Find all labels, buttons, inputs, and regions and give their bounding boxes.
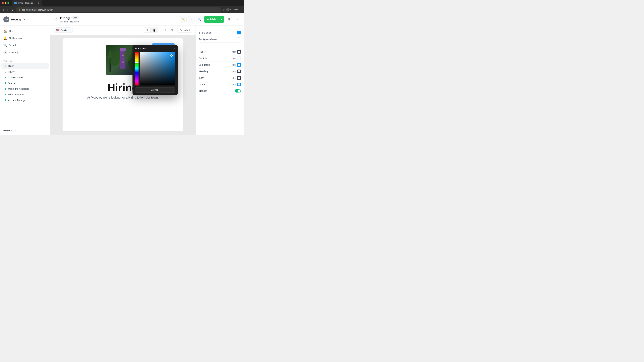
avatar: MM <box>3 16 10 22</box>
lock-icon: 🔒 <box>18 8 21 11</box>
sidebar-item-hiring[interactable]: Hiring <box>1 63 49 69</box>
teacher-status-dot <box>5 82 6 84</box>
canvas-preview[interactable]: Apply now <box>50 35 196 135</box>
company-name: Moodjoy <box>11 18 22 21</box>
publish-dropdown-button[interactable]: ▾ <box>219 16 224 23</box>
desktop-icon: 🖥 <box>146 29 148 31</box>
language-label: English <box>61 29 68 31</box>
hiring-status-dot <box>5 65 6 67</box>
sidebar-item-teacher[interactable]: Teacher <box>1 80 49 86</box>
mobile-view-button[interactable]: 📱 <box>151 28 158 32</box>
canvas-preview-button[interactable]: 👁 <box>170 27 175 33</box>
draft-badge: Draft <box>72 16 79 19</box>
sidebar-item-home-label: Home <box>9 30 15 32</box>
svg-text:漢: 漢 <box>122 54 124 56</box>
sidebar-marketing-label: Marketing Associate <box>8 87 29 90</box>
settings-button[interactable]: ⚙ <box>226 16 232 23</box>
marketing-status-dot <box>5 88 6 90</box>
heading-font-row: Heading Inter <box>199 68 241 75</box>
sidebar-item-notifications[interactable]: 🔔 Notifications <box>0 35 50 42</box>
list-toolbar-button[interactable]: ≡ <box>188 16 195 23</box>
canvas-pencil-button[interactable]: ✏ <box>163 27 168 33</box>
title-font-toggle[interactable] <box>237 50 241 54</box>
publish-dropdown-icon: ▾ <box>221 18 222 21</box>
color-picker-popup: Brand color × <box>132 45 178 95</box>
sidebar-item-content-writer[interactable]: Content Writer <box>1 75 49 80</box>
address-bar[interactable]: 🔒 app.homerun.co/job/336546/edit <box>16 7 221 12</box>
win-max-btn[interactable] <box>8 2 10 4</box>
job-details-font-row: Job details Inter <box>199 62 241 68</box>
hue-strip[interactable] <box>135 52 138 85</box>
job-details-font-toggle[interactable] <box>237 63 241 67</box>
spectrum-cursor <box>170 54 173 57</box>
sidebar-item-create-job[interactable]: + Create job <box>0 49 50 56</box>
nav-forward-button[interactable]: › <box>6 7 9 12</box>
job-description: At Moodjoy we're looking for a Hiring to… <box>62 95 183 100</box>
desktop-view-button[interactable]: 🖥 <box>144 28 150 32</box>
body-font-label: Body <box>199 77 204 79</box>
edit-toolbar-button[interactable]: ✏️ <box>180 16 187 23</box>
sidebar-item-home[interactable]: 🏠 Home <box>0 28 50 35</box>
title-font-label: Title <box>199 50 204 53</box>
win-close-btn[interactable] <box>2 2 4 4</box>
browser-menu-button[interactable]: ⋮ <box>240 8 242 11</box>
background-color-label: Background color <box>199 38 217 40</box>
publish-button[interactable]: Publish <box>204 16 219 23</box>
save-draft-button[interactable]: Save draft <box>177 28 192 32</box>
title-font-row: Title Inter <box>199 49 241 55</box>
color-spectrum[interactable] <box>140 52 175 85</box>
sidebar-account-manager-label: Account Manager <box>8 99 26 102</box>
search-toolbar-button[interactable]: 🔍 <box>196 16 203 23</box>
pencil-icon: ✏ <box>164 28 167 32</box>
subtitle-font-value: Inter <box>232 57 236 60</box>
flag-icon: 🇺🇸 <box>56 28 60 32</box>
content-writer-status-dot <box>5 77 6 78</box>
background-color-row: Background color <box>199 36 241 42</box>
subtitle-font-row: Subtitle Inter <box>199 55 241 62</box>
sidebar: MM Moodjoy ▾ 🏠 Home 🔔 Notifications 🔍 Se… <box>0 13 50 135</box>
more-options-button[interactable]: ··· <box>234 16 240 23</box>
header-row: Header <box>199 88 241 94</box>
company-dropdown-icon[interactable]: ▾ <box>24 18 25 21</box>
right-panel: Brand color Background color Title <box>196 25 244 135</box>
sidebar-item-marketing[interactable]: Marketing Associate <box>1 86 49 91</box>
brand-color-swatch[interactable] <box>237 31 241 34</box>
trainer-status-dot <box>5 71 6 72</box>
body-font-row: Body Inter <box>199 75 241 81</box>
subtitle-font-label: Subtitle <box>199 57 207 60</box>
browser-tab[interactable]: H Hiring - Homerun × <box>12 0 42 6</box>
color-picker-close-button[interactable]: × <box>173 47 175 50</box>
profile-button[interactable]: Incognito <box>226 8 238 11</box>
sidebar-item-web-developer[interactable]: Web Developer <box>1 92 49 97</box>
background-color-swatch[interactable] <box>237 37 241 41</box>
account-manager-status-dot <box>5 99 6 101</box>
hex-color-input[interactable] <box>135 87 175 93</box>
heading-font-value: Inter <box>232 70 236 73</box>
bookmark-button[interactable]: ☆ <box>222 8 225 11</box>
header-toggle[interactable] <box>235 89 241 92</box>
quote-font-toggle[interactable] <box>237 83 241 86</box>
canvas-toolbar: 🇺🇸 English ▾ 🖥 📱 ✏ <box>50 25 196 35</box>
body-font-toggle[interactable] <box>237 76 241 80</box>
job-title: Hiring <box>60 16 70 20</box>
incognito-label: Incognito <box>230 8 238 11</box>
svg-text:文: 文 <box>122 61 124 63</box>
job-details-font-label: Job details <box>199 63 210 66</box>
subtitle-font-toggle[interactable] <box>237 56 241 60</box>
tab-close-icon[interactable]: × <box>38 2 40 4</box>
title-font-value: Inter <box>232 51 236 53</box>
heading-font-toggle[interactable] <box>237 69 241 73</box>
sidebar-web-developer-label: Web Developer <box>8 93 24 96</box>
sidebar-item-search[interactable]: 🔍 Search <box>0 42 50 49</box>
win-min-btn[interactable] <box>4 2 6 4</box>
language-selector[interactable]: 🇺🇸 English ▾ <box>54 27 73 33</box>
nav-back-button[interactable]: ‹ <box>2 7 5 12</box>
loading-spinner <box>54 18 57 21</box>
new-tab-button[interactable]: + <box>43 1 47 5</box>
home-icon: 🏠 <box>3 29 7 33</box>
sidebar-hiring-label: Hiring <box>8 65 14 67</box>
sidebar-item-account-manager[interactable]: Account Manager <box>1 97 49 103</box>
nav-refresh-button[interactable]: ↻ <box>10 7 14 12</box>
your-jobs-label: Your jobs <box>3 60 12 62</box>
sidebar-item-trainer[interactable]: Trainer <box>1 69 49 74</box>
